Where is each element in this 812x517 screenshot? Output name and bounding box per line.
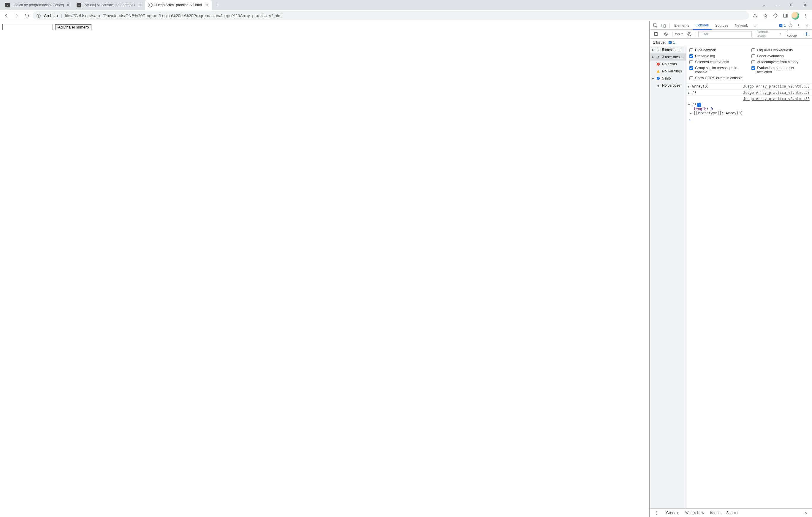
- kebab-menu-icon[interactable]: ⋮: [801, 11, 810, 20]
- svg-point-15: [689, 33, 690, 35]
- close-icon[interactable]: ✕: [802, 509, 810, 517]
- log-row-expanded[interactable]: ▼[]i length: 0 ▶[[Prototype]]: Array(0): [687, 102, 812, 117]
- address-bar[interactable]: Archivo | file:///C:/Users/sara_/Downloa…: [33, 11, 749, 20]
- issues-label: 1 Issue:: [653, 40, 666, 44]
- svg-rect-7: [664, 25, 665, 27]
- tab-elements[interactable]: Elements: [671, 21, 692, 30]
- user-icon: [656, 55, 660, 59]
- sidebar-item-warnings[interactable]: No warnings: [650, 68, 686, 75]
- close-icon[interactable]: ✕: [803, 22, 811, 29]
- chk-group-similar[interactable]: Group similar messages in console: [689, 66, 747, 74]
- favicon-alura-icon: a: [5, 3, 10, 7]
- chk-hide-network[interactable]: Hide network: [689, 48, 747, 52]
- chk-eager-eval[interactable]: Eager evaluation: [751, 54, 809, 58]
- tab-console[interactable]: Console: [693, 21, 712, 30]
- profile-avatar[interactable]: [791, 11, 800, 20]
- extensions-icon[interactable]: [771, 11, 779, 20]
- gear-icon[interactable]: [786, 22, 794, 29]
- tab-network[interactable]: Network: [732, 21, 751, 30]
- issues-link[interactable]: 1: [668, 40, 675, 44]
- inspect-icon[interactable]: [651, 22, 659, 29]
- info-icon[interactable]: i: [697, 103, 701, 107]
- window-controls: ⌄ — ☐ ✕: [757, 0, 812, 10]
- svg-rect-19: [669, 42, 671, 42]
- favicon-alura-icon: a: [77, 3, 81, 7]
- drawer-tab-whatsnew[interactable]: What's New: [685, 511, 704, 515]
- tab-search-icon[interactable]: ⌄: [757, 0, 771, 10]
- bookmark-icon[interactable]: [761, 11, 769, 20]
- chk-log-xhr[interactable]: Log XMLHttpRequests: [751, 48, 809, 52]
- browser-tab[interactable]: a [Ayuda] Mi console.log aparece c ✕: [74, 0, 145, 10]
- device-toggle-icon[interactable]: [660, 22, 667, 29]
- svg-rect-27: [658, 78, 659, 78]
- chk-preserve-log[interactable]: Preserve log: [689, 54, 747, 58]
- more-tabs-icon[interactable]: »: [751, 22, 759, 29]
- sidebar-item-errors[interactable]: No errors: [650, 61, 686, 68]
- bug-icon: [656, 83, 660, 88]
- forward-button[interactable]: [12, 11, 21, 20]
- console-toolbar: top▼ Filter Default levels▼ 2 hidden: [650, 30, 812, 38]
- close-icon[interactable]: ✕: [66, 3, 71, 7]
- list-icon: [656, 48, 660, 52]
- chk-eval-triggers[interactable]: Evaluation triggers user activation: [751, 66, 809, 74]
- svg-rect-18: [669, 41, 672, 43]
- context-selector[interactable]: top▼: [675, 32, 684, 36]
- browser-tab[interactable]: a Lógica de programación: Concep ✕: [2, 0, 74, 10]
- console-settings: Hide network Log XMLHttpRequests Preserv…: [687, 46, 812, 83]
- new-tab-button[interactable]: +: [214, 1, 222, 9]
- origin-label: Archivo: [44, 13, 58, 18]
- chk-show-cors[interactable]: Show CORS errors in console: [689, 76, 747, 80]
- sidebar-toggle-icon[interactable]: [652, 30, 660, 38]
- separator: |: [61, 13, 62, 18]
- log-row[interactable]: ▶Array(0) Juego Array_practica_v2.html:3…: [687, 83, 812, 90]
- source-link[interactable]: Juego Array_practica_v2.html:38: [743, 91, 810, 95]
- minimize-icon[interactable]: —: [771, 0, 785, 10]
- chk-autocomplete[interactable]: Autocomplete from history: [751, 60, 809, 64]
- guess-input[interactable]: [2, 24, 53, 30]
- warning-icon: [656, 69, 660, 73]
- tab-sources[interactable]: Sources: [712, 21, 731, 30]
- issues-bar: 1 Issue: 1: [650, 38, 812, 46]
- sidepanel-icon[interactable]: [781, 11, 789, 20]
- gear-icon[interactable]: [803, 30, 810, 38]
- kebab-icon[interactable]: ⋮: [652, 509, 660, 517]
- svg-rect-20: [669, 42, 671, 43]
- svg-rect-4: [786, 14, 787, 17]
- close-icon[interactable]: ✕: [137, 3, 142, 7]
- sidebar-item-info[interactable]: ▶ 5 info: [650, 75, 686, 82]
- clear-console-icon[interactable]: [662, 30, 670, 38]
- share-icon[interactable]: [751, 11, 759, 20]
- maximize-icon[interactable]: ☐: [785, 0, 798, 10]
- guess-button[interactable]: Adivina el numero: [55, 24, 91, 30]
- kebab-icon[interactable]: ⋮: [795, 22, 803, 29]
- devtools-panel: Elements Console Sources Network » 1 ⋮ ✕: [650, 21, 812, 517]
- drawer-tab-console[interactable]: Console: [666, 511, 679, 515]
- window-close-icon[interactable]: ✕: [798, 0, 812, 10]
- error-icon: [656, 62, 660, 66]
- sidebar-item-messages[interactable]: ▶ 5 messages: [650, 46, 686, 54]
- issues-badge[interactable]: 1: [779, 24, 786, 28]
- reload-button[interactable]: [23, 11, 31, 20]
- browser-tab-active[interactable]: Juego Array_practica_v2.html ✕: [145, 0, 212, 10]
- log-row[interactable]: ▶[] Juego Array_practica_v2.html:38: [687, 90, 812, 96]
- chk-selected-ctx[interactable]: Selected context only: [689, 60, 747, 64]
- sidebar-item-user[interactable]: ▶ 3 user mess...: [650, 54, 686, 61]
- close-icon[interactable]: ✕: [204, 3, 209, 7]
- svg-rect-13: [654, 33, 655, 36]
- back-button[interactable]: [2, 11, 11, 20]
- devtools-drawer: ⋮ Console What's New Issues Search ✕: [650, 508, 812, 517]
- live-expression-icon[interactable]: [686, 30, 693, 38]
- log-row[interactable]: Juego Array_practica_v2.html:38: [687, 96, 812, 102]
- sidebar-item-verbose[interactable]: No verbose: [650, 82, 686, 89]
- svg-rect-10: [780, 26, 781, 26]
- tab-title: [Ayuda] Mi console.log aparece c: [84, 3, 135, 7]
- drawer-tab-search[interactable]: Search: [726, 511, 737, 515]
- page-viewport: Adivina el numero: [0, 21, 650, 517]
- site-info-icon[interactable]: [36, 13, 41, 18]
- source-link[interactable]: Juego Array_practica_v2.html:38: [743, 97, 810, 101]
- console-prompt[interactable]: ›: [687, 117, 812, 123]
- drawer-tab-issues[interactable]: Issues: [710, 511, 721, 515]
- levels-selector[interactable]: Default levels▼: [756, 30, 781, 38]
- source-link[interactable]: Juego Array_practica_v2.html:38: [743, 84, 810, 88]
- filter-input[interactable]: Filter: [698, 31, 752, 37]
